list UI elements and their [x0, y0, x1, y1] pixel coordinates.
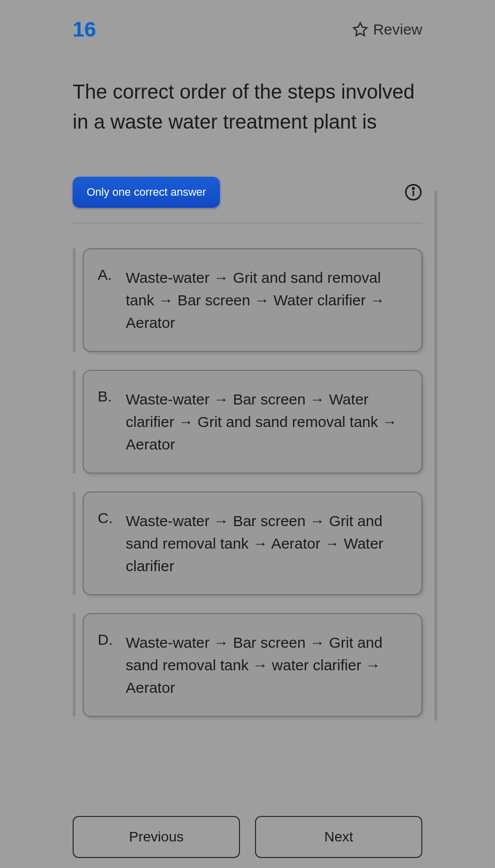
review-button[interactable]: Review: [352, 21, 422, 38]
question-number: 16: [73, 18, 96, 42]
option-b-wrapper: B. Waste-water → Bar screen → Water clar…: [73, 370, 422, 474]
navigation-buttons: Previous Next: [73, 816, 422, 858]
option-letter: A.: [98, 266, 114, 334]
scrollbar[interactable]: [434, 190, 437, 721]
answer-type-row: Only one correct answer: [73, 177, 422, 208]
option-indicator-bar: [73, 370, 76, 474]
info-icon[interactable]: [404, 183, 422, 201]
option-letter: B.: [98, 388, 114, 456]
answer-type-badge: Only one correct answer: [73, 177, 220, 208]
option-indicator-bar: [73, 492, 76, 595]
review-label: Review: [373, 21, 422, 38]
option-text: Waste-water → Grit and sand removal tank…: [126, 266, 407, 334]
star-icon: [352, 22, 368, 38]
option-indicator-bar: [73, 248, 76, 352]
option-b[interactable]: B. Waste-water → Bar screen → Water clar…: [83, 370, 422, 474]
question-header: 16 Review: [73, 18, 422, 42]
option-d[interactable]: D. Waste-water → Bar screen → Grit and s…: [83, 613, 422, 717]
option-a[interactable]: A. Waste-water → Grit and sand removal t…: [83, 248, 422, 352]
previous-button[interactable]: Previous: [73, 816, 240, 858]
svg-point-3: [413, 188, 414, 189]
divider: [73, 223, 422, 223]
option-indicator-bar: [73, 613, 76, 717]
next-button[interactable]: Next: [255, 816, 422, 858]
question-text: The correct order of the steps involved …: [73, 77, 422, 137]
option-text: Waste-water → Bar screen → Grit and sand…: [126, 631, 407, 699]
svg-marker-0: [353, 23, 367, 36]
option-c[interactable]: C. Waste-water → Bar screen → Grit and s…: [83, 492, 422, 595]
option-a-wrapper: A. Waste-water → Grit and sand removal t…: [73, 248, 422, 352]
option-text: Waste-water → Bar screen → Water clarifi…: [126, 388, 407, 456]
option-text: Waste-water → Bar screen → Grit and sand…: [126, 510, 407, 577]
option-d-wrapper: D. Waste-water → Bar screen → Grit and s…: [73, 613, 422, 717]
option-c-wrapper: C. Waste-water → Bar screen → Grit and s…: [73, 492, 422, 595]
question-container: 16 Review The correct order of the steps…: [0, 0, 495, 717]
option-letter: D.: [98, 631, 114, 699]
options-container: A. Waste-water → Grit and sand removal t…: [73, 248, 422, 717]
option-letter: C.: [98, 510, 114, 577]
